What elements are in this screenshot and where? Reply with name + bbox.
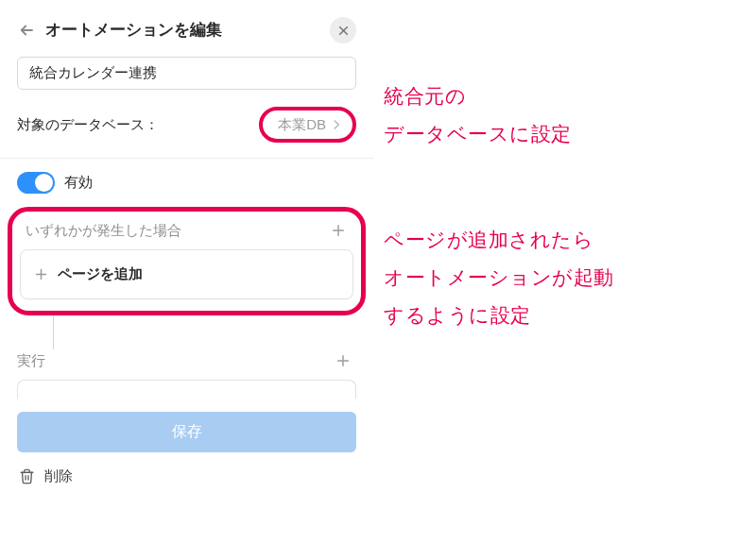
annotation-trigger: ページが追加されたら オートメーションが起動 するように設定 [384, 221, 614, 334]
trigger-section-label: いずれかが発生した場合 [26, 222, 181, 240]
plus-icon [335, 353, 351, 368]
enabled-toggle-row: 有効 [17, 159, 356, 203]
trigger-card-page-added[interactable]: ページを追加 [20, 249, 353, 299]
panel-header: オートメーションを編集 [17, 9, 356, 57]
delete-button[interactable]: 削除 [17, 452, 356, 485]
add-action-button[interactable] [334, 351, 352, 370]
trigger-section-header: いずれかが発生した場合 [20, 219, 353, 249]
trigger-section: いずれかが発生した場合 ページを追加 [8, 207, 366, 315]
close-button[interactable] [330, 17, 356, 43]
delete-label: 削除 [44, 468, 73, 485]
automation-name-input[interactable] [17, 57, 356, 90]
automation-edit-panel: オートメーションを編集 対象のデータベース： 本業DB 有効 いずれかが発生した… [0, 0, 373, 544]
trigger-card-label: ページを追加 [58, 265, 143, 283]
add-trigger-button[interactable] [329, 221, 348, 240]
plus-icon [34, 267, 48, 281]
panel-title: オートメーションを編集 [45, 20, 330, 41]
exec-section-header: 実行 [17, 349, 356, 378]
target-database-row: 対象のデータベース： 本業DB [17, 103, 356, 158]
exec-section-label: 実行 [17, 352, 45, 370]
trash-icon [19, 468, 35, 484]
annotation-database: 統合元の データベースに設定 [384, 77, 572, 153]
toggle-knob [35, 174, 53, 192]
back-arrow-icon[interactable] [17, 21, 36, 40]
chevron-right-icon [330, 118, 343, 131]
enabled-label: 有効 [64, 174, 93, 192]
flow-connector-line [53, 315, 54, 349]
enabled-toggle[interactable] [17, 172, 55, 194]
save-button[interactable]: 保存 [17, 412, 356, 452]
action-card-placeholder[interactable] [17, 380, 356, 399]
plus-icon [331, 223, 346, 238]
target-database-value: 本業DB [278, 116, 326, 134]
target-database-label: 対象のデータベース： [17, 116, 159, 134]
close-icon [337, 25, 350, 37]
target-database-selector[interactable]: 本業DB [259, 107, 356, 143]
panel-footer: 保存 削除 [17, 412, 356, 485]
